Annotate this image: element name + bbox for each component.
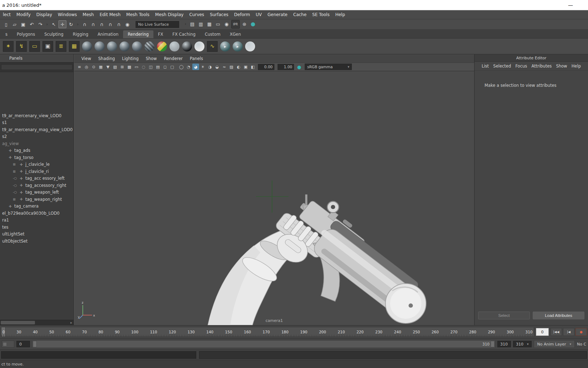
shelf-tab[interactable]: Sculpting — [40, 30, 68, 38]
shaded-mode-icon[interactable]: ◔ — [185, 64, 192, 70]
range-start-handle[interactable] — [33, 341, 37, 347]
attribute-editor-menu-item[interactable]: Attributes — [531, 64, 552, 69]
viewport-menu-item[interactable]: Renderer — [161, 56, 187, 61]
depth-of-field-icon[interactable]: ◐ — [235, 64, 242, 70]
menu-item[interactable]: Mesh Display — [152, 12, 187, 17]
wireframe-mode-icon[interactable]: ◯ — [178, 64, 185, 70]
outliner-item[interactable]: ⊞ ✛ j_clavicle_ri — [0, 168, 74, 175]
scrollbar-thumb[interactable] — [1, 321, 35, 324]
menu-item[interactable]: Mesh — [80, 12, 97, 17]
multisampling-icon[interactable]: ▨ — [228, 64, 235, 70]
shelf-tab[interactable]: Custom — [200, 30, 225, 38]
playback-end-field[interactable]: 310 — [497, 341, 511, 347]
viewport-menu-item[interactable]: View — [78, 56, 95, 61]
image-plane-icon[interactable]: ▧ — [112, 64, 118, 70]
motion-blur-icon[interactable]: ≈ — [221, 64, 228, 70]
camera-attributes-icon[interactable]: ▦ — [97, 64, 104, 70]
anim-layer-menu[interactable]: No Anim Layer ▾ — [534, 340, 575, 348]
viewport-menu-item[interactable]: Panels — [186, 56, 207, 61]
range-slider-bar[interactable]: 310 — [32, 340, 495, 348]
render-view-icon[interactable]: ▸ — [220, 41, 230, 51]
make-live-icon[interactable]: ◉ — [123, 20, 131, 28]
menu-item[interactable]: Generate — [265, 12, 290, 17]
minimize-button[interactable]: — — [568, 2, 588, 8]
phong-material-icon[interactable] — [120, 41, 130, 51]
snap-to-view-icon[interactable]: ∩ — [115, 20, 123, 28]
render-layers-icon[interactable]: ≣ — [56, 41, 66, 52]
area-light-icon[interactable]: ▭ — [29, 41, 40, 52]
viewport-menu-item[interactable]: Shading — [95, 56, 118, 61]
undo-icon[interactable]: ↶ — [28, 20, 36, 28]
outliner-item[interactable]: -○ ✛ tag_weapon_left — [0, 189, 74, 196]
menu-item[interactable]: Display — [34, 12, 55, 17]
load-attributes-button[interactable]: Load Attributes — [533, 312, 584, 319]
open-render-view-icon[interactable]: ▭ — [214, 20, 222, 28]
shelf-tab[interactable]: Animation — [93, 30, 123, 38]
outliner-item[interactable]: s2 — [0, 133, 74, 140]
snap-to-curve-icon[interactable]: ∩ — [89, 20, 97, 28]
bookmarks-icon[interactable]: ▼ — [105, 64, 111, 70]
menu-item[interactable]: Surfaces — [207, 12, 231, 17]
lock-camera-icon[interactable]: ⊙ — [90, 64, 97, 70]
viewport-menu-item[interactable]: Show — [142, 56, 161, 61]
uv-texture-icon[interactable]: ▦ — [69, 41, 80, 52]
ambient-material-icon[interactable] — [194, 41, 204, 51]
open-scene-icon[interactable]: ▱ — [11, 20, 19, 28]
group-separator-icon[interactable]: › — [183, 20, 188, 28]
go-to-start-button[interactable]: |◀◀ — [551, 328, 562, 336]
isolate-select-icon[interactable]: ▣ — [242, 64, 249, 70]
expand-toggle-icon[interactable]: ⊞ — [13, 170, 18, 173]
color-management-icon[interactable]: ● — [296, 64, 303, 70]
animation-end-field[interactable]: 310 ▾ — [513, 341, 532, 347]
outliner-item[interactable]: ultObjectSet — [0, 238, 74, 245]
color-space-select[interactable]: sRGB gamma ▾ — [305, 64, 352, 70]
pan-zoom-icon[interactable]: ⊞ — [119, 64, 126, 70]
menu-item[interactable]: Deform — [231, 12, 253, 17]
render-current-frame-icon[interactable]: ◉ — [223, 20, 230, 28]
xray-icon[interactable]: ◧ — [249, 64, 256, 70]
viewport-canvas[interactable]: z x y camera1 — [74, 71, 474, 325]
outliner-item[interactable]: ✛ tag_ads — [0, 147, 74, 154]
menu-item[interactable]: Help — [333, 12, 348, 17]
attribute-editor-menu-item[interactable]: Show — [556, 64, 567, 69]
gate-mask-icon[interactable]: ◫ — [147, 64, 154, 70]
gamma-field[interactable]: 1.00 — [278, 64, 294, 70]
attribute-editor-menu-item[interactable]: List — [482, 64, 489, 69]
redo-icon[interactable]: ↷ — [36, 20, 44, 28]
select-camera-icon[interactable]: ◎ — [83, 64, 90, 70]
select-tool-icon[interactable]: ↖ — [50, 20, 58, 28]
outliner-item[interactable]: ra1 — [0, 217, 74, 224]
menu-item[interactable]: lect — [0, 12, 14, 17]
shading-map-icon[interactable] — [157, 41, 167, 51]
save-scene-icon[interactable]: ▣ — [19, 20, 27, 28]
outliner-item[interactable]: tes — [0, 224, 74, 231]
scroll-right-icon[interactable]: ▸ — [70, 321, 74, 324]
ipr-render-shelf-icon[interactable]: ▸ — [233, 41, 243, 51]
resolution-gate-icon[interactable]: ◌ — [140, 64, 147, 70]
shelf-tab[interactable]: s — [1, 30, 12, 38]
phong-e-material-icon[interactable] — [132, 41, 142, 51]
field-chart-icon[interactable]: ▤ — [154, 64, 161, 70]
shelf-tab[interactable]: Polygons — [12, 30, 40, 38]
surface-shader-icon[interactable] — [169, 41, 179, 51]
snap-to-grid-icon[interactable]: ∩ — [81, 20, 88, 28]
mel-command-input[interactable] — [1, 351, 196, 359]
render-frame-icon[interactable] — [245, 41, 255, 51]
shelf-tab[interactable]: Rigging — [68, 30, 93, 38]
shadows-icon[interactable]: ◑ — [207, 64, 213, 70]
timeline-ruler[interactable]: 0304050607080901001101201301401501601701… — [1, 327, 534, 337]
group-separator-icon[interactable]: › — [76, 20, 80, 28]
range-end-handle[interactable] — [491, 341, 495, 347]
shelf-tab[interactable]: Rendering — [123, 30, 153, 38]
auto-key-button[interactable]: ● — [576, 328, 587, 336]
rotate-tool-icon[interactable]: ↻ — [67, 20, 75, 28]
menu-item[interactable]: Modify — [14, 12, 34, 17]
ipr-render-icon[interactable]: IPR — [231, 20, 240, 29]
construction-history-icon[interactable]: ▦ — [206, 20, 213, 28]
paint-effects-icon[interactable]: ✶ — [3, 41, 14, 52]
expand-toggle-icon[interactable]: -○ — [13, 184, 18, 187]
outliner-item[interactable]: -○ ✛ tag_acc essory_left — [0, 175, 74, 182]
outliner-item[interactable]: ✛ tag_camera — [0, 203, 74, 210]
menu-item[interactable]: Curves — [186, 12, 207, 17]
menu-item[interactable]: Mesh Tools — [123, 12, 152, 17]
